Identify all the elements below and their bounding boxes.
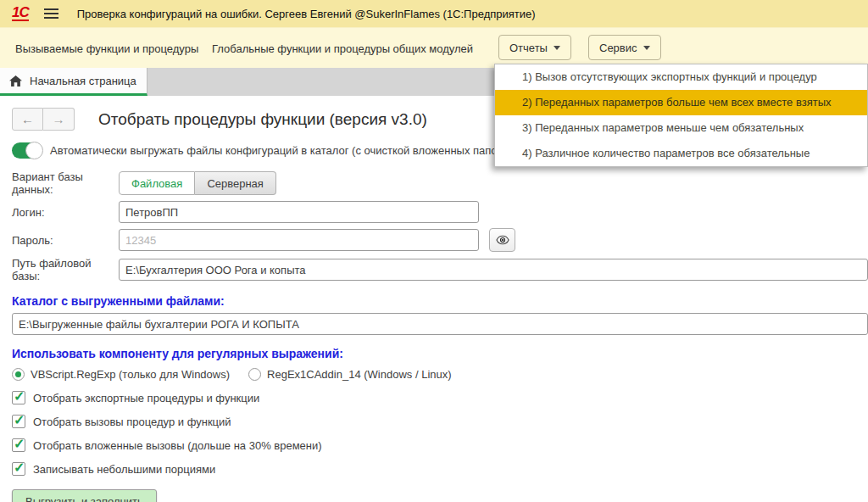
checkbox-nested-calls-label: Отобрать вложенные вызовы (дольше на 30%… xyxy=(33,439,322,452)
db-variant-server-option[interactable]: Серверная xyxy=(195,171,276,195)
radio-unselected-icon xyxy=(248,368,261,381)
db-variant-row: Вариант базы данных: Файловая Серверная xyxy=(12,170,868,196)
dropdown-item-params-less-than-required[interactable]: 3) Переданных параметров меньше чем обяз… xyxy=(495,115,867,141)
forward-button[interactable]: → xyxy=(43,108,75,131)
radio-selected-icon xyxy=(12,368,25,381)
1c-logo-icon: 1С xyxy=(12,6,29,21)
base-path-row: Путь файловой базы: xyxy=(12,257,868,282)
db-variant-label: Вариант базы данных: xyxy=(12,170,119,196)
checkbox-export-procedures-label: Отобрать экспортные процедуры и функции xyxy=(33,392,259,404)
menubar: Вызываемые функции и процедуры Глобальны… xyxy=(0,27,868,68)
regex-heading: Использовать компоненту для регулярных в… xyxy=(12,347,868,360)
tab-home-label: Начальная страница xyxy=(30,75,136,87)
reports-dropdown-button[interactable]: Отчеты xyxy=(498,35,571,60)
forward-arrow-icon: → xyxy=(53,112,65,126)
regex-option-regex1caddin[interactable]: RegEx1CAddin_14 (Windows / Linux) xyxy=(248,368,452,381)
hamburger-menu-icon[interactable] xyxy=(44,8,58,20)
catalog-input[interactable] xyxy=(12,313,868,335)
base-path-input[interactable] xyxy=(119,259,868,281)
menu-item-global-functions[interactable]: Глобальные функции и процедуры общих мод… xyxy=(212,42,473,54)
back-button[interactable]: ← xyxy=(12,108,43,131)
unload-and-fill-button[interactable]: Выгрузить и заполнить xyxy=(12,489,157,502)
service-dropdown-button[interactable]: Сервис xyxy=(588,35,661,60)
dropdown-item-params-count-mismatch[interactable]: 4) Различное количество параметров все о… xyxy=(495,141,867,166)
regex-options-row: VBScript.RegExp (только для Windows) Reg… xyxy=(12,368,868,381)
service-button-label: Сервис xyxy=(599,42,637,54)
reports-dropdown-menu: 1) Вызов отсутствующих экспортных функци… xyxy=(494,64,868,167)
auto-unload-toggle[interactable] xyxy=(12,142,42,159)
show-password-button[interactable] xyxy=(489,228,515,252)
checkbox-checked-icon xyxy=(12,415,25,428)
checkbox-nested-calls[interactable]: Отобрать вложенные вызовы (дольше на 30%… xyxy=(12,438,868,452)
regex-option-regex1caddin-label: RegEx1CAddin_14 (Windows / Linux) xyxy=(267,368,452,381)
menu-item-called-functions[interactable]: Вызываемые функции и процедуры xyxy=(15,42,198,54)
back-arrow-icon: ← xyxy=(21,112,34,126)
db-variant-file-option[interactable]: Файловая xyxy=(119,171,195,195)
login-label: Логин: xyxy=(12,206,119,219)
password-row: Пароль: xyxy=(12,228,868,252)
login-input[interactable] xyxy=(119,201,479,223)
auto-unload-toggle-label: Автоматически выгружать файлы конфигурац… xyxy=(50,144,502,157)
toggle-knob xyxy=(25,142,43,159)
titlebar: 1С Проверка конфигураций на ошибки. Серг… xyxy=(0,0,868,27)
password-input[interactable] xyxy=(119,229,479,251)
window-title: Проверка конфигураций на ошибки. Сергеев… xyxy=(77,8,536,20)
regex-option-vbscript[interactable]: VBScript.RegExp (только для Windows) xyxy=(12,368,230,381)
page-title: Отобрать процедуры функции (версия v3.0) xyxy=(98,110,427,129)
login-row: Логин: xyxy=(12,201,868,223)
password-label: Пароль: xyxy=(12,234,119,247)
chevron-down-icon xyxy=(643,46,650,50)
checkbox-checked-icon xyxy=(12,438,25,452)
checkbox-procedure-calls[interactable]: Отобрать вызовы процедур и функций xyxy=(12,415,868,428)
history-nav-buttons: ← → xyxy=(12,108,75,131)
home-icon xyxy=(9,75,22,86)
dropdown-item-params-more-than-all[interactable]: 2) Переданных параметров больше чем всех… xyxy=(495,90,867,115)
reports-button-label: Отчеты xyxy=(509,42,548,54)
regex-option-vbscript-label: VBScript.RegExp (только для Windows) xyxy=(31,368,230,381)
checkbox-export-procedures[interactable]: Отобрать экспортные процедуры и функции xyxy=(12,391,868,404)
checkbox-small-portions[interactable]: Записывать небольшими порциями xyxy=(12,462,868,476)
catalog-row xyxy=(12,313,868,335)
checkbox-small-portions-label: Записывать небольшими порциями xyxy=(33,463,215,476)
catalog-heading: Каталог с выгруженными файлами: xyxy=(12,294,868,308)
chevron-down-icon xyxy=(554,46,560,50)
checkbox-checked-icon xyxy=(12,391,25,404)
checkbox-checked-icon xyxy=(12,462,25,476)
eye-icon xyxy=(496,235,509,245)
checkbox-procedure-calls-label: Отобрать вызовы процедур и функций xyxy=(33,416,231,428)
tab-home-page[interactable]: Начальная страница xyxy=(0,68,147,96)
dropdown-item-missing-export-calls[interactable]: 1) Вызов отсутствующих экспортных функци… xyxy=(495,64,867,90)
db-variant-segmented-control: Файловая Серверная xyxy=(119,171,276,195)
base-path-label: Путь файловой базы: xyxy=(12,257,119,282)
